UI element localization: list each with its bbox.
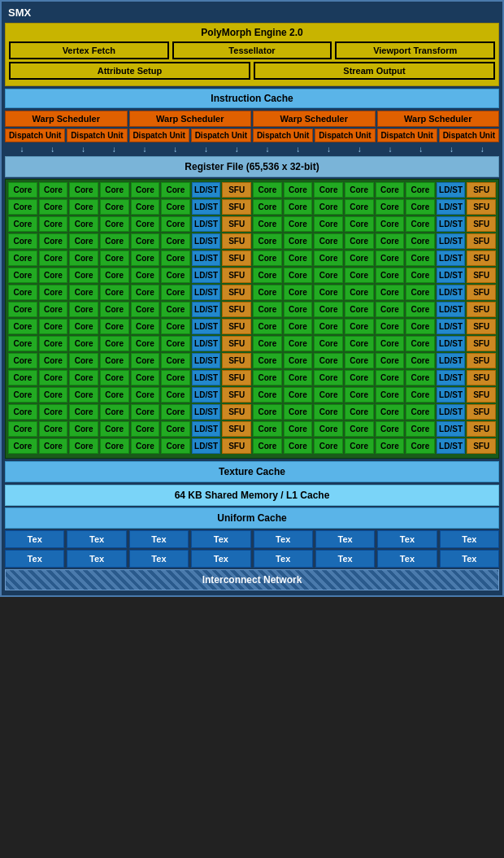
core-14-5: Core	[161, 421, 190, 437]
polymorph-row1: Vertex Fetch Tessellator Viewport Transf…	[9, 41, 495, 59]
core-row-2: CoreCoreCoreCoreCoreCoreLD/STSFUCoreCore…	[8, 216, 496, 232]
core-6-11: Core	[406, 285, 435, 300]
core-8-5: Core	[161, 319, 190, 334]
core-9-5: Core	[161, 336, 190, 351]
dispatch-unit-0: Dispatch Unit	[5, 128, 65, 142]
sfu-2-left: SFU	[222, 216, 251, 232]
core-7-1: Core	[39, 302, 68, 317]
core-14-7: Core	[284, 421, 313, 437]
core-1-11: Core	[406, 199, 435, 215]
sfu-5-right: SFU	[467, 268, 496, 283]
sfu-11-right: SFU	[467, 370, 496, 385]
tex-1-1: Tex	[67, 550, 126, 568]
core-5-8: Core	[314, 268, 343, 283]
vertex-fetch: Vertex Fetch	[9, 41, 169, 59]
core-2-10: Core	[376, 216, 405, 232]
core-row-3: CoreCoreCoreCoreCoreCoreLD/STSFUCoreCore…	[8, 233, 496, 249]
arrows-down-row: ↓ ↓ ↓ ↓ ↓ ↓ ↓ ↓ ↓ ↓ ↓ ↓ ↓ ↓ ↓ ↓	[5, 144, 499, 155]
ldst-7-right: LD/ST	[437, 302, 466, 317]
core-5-4: Core	[131, 268, 160, 283]
core-11-10: Core	[376, 370, 405, 385]
core-2-0: Core	[8, 216, 37, 232]
core-6-4: Core	[131, 285, 160, 300]
core-2-7: Core	[284, 216, 313, 232]
core-7-9: Core	[345, 302, 374, 317]
core-12-6: Core	[253, 387, 282, 403]
core-8-10: Core	[376, 319, 405, 334]
core-9-1: Core	[39, 336, 68, 351]
warp-scheduler-2: Warp Scheduler	[253, 111, 376, 127]
core-10-7: Core	[284, 353, 313, 368]
core-0-5: Core	[161, 182, 190, 198]
sfu-13-left: SFU	[222, 404, 251, 420]
core-3-4: Core	[131, 233, 160, 249]
core-14-0: Core	[8, 421, 37, 437]
core-0-8: Core	[314, 182, 343, 198]
core-4-2: Core	[69, 250, 98, 266]
sfu-6-left: SFU	[222, 285, 251, 300]
core-11-1: Core	[39, 370, 68, 385]
core-0-0: Core	[8, 182, 37, 198]
tex-0-2: Tex	[129, 530, 189, 548]
interconnect: Interconnect Network	[5, 569, 499, 590]
smx-title: SMX	[5, 5, 499, 20]
arrow-4: ↓	[129, 145, 160, 154]
ldst-10-left: LD/ST	[192, 353, 221, 368]
core-row-0: CoreCoreCoreCoreCoreCoreLD/STSFUCoreCore…	[8, 182, 496, 198]
tex-0-0: Tex	[5, 530, 64, 548]
core-7-0: Core	[8, 302, 37, 317]
instruction-cache: Instruction Cache	[5, 89, 499, 108]
ldst-15-right: LD/ST	[437, 438, 466, 454]
core-9-8: Core	[314, 336, 343, 351]
tex-1-5: Tex	[315, 550, 375, 568]
sfu-9-left: SFU	[222, 336, 251, 351]
core-8-2: Core	[69, 319, 98, 334]
ldst-9-left: LD/ST	[192, 336, 221, 351]
core-3-11: Core	[406, 233, 435, 249]
core-row-5: CoreCoreCoreCoreCoreCoreLD/STSFUCoreCore…	[8, 268, 496, 283]
core-9-10: Core	[376, 336, 405, 351]
core-row-8: CoreCoreCoreCoreCoreCoreLD/STSFUCoreCore…	[8, 319, 496, 334]
core-0-7: Core	[284, 182, 313, 198]
core-row-9: CoreCoreCoreCoreCoreCoreLD/STSFUCoreCore…	[8, 336, 496, 351]
core-12-0: Core	[8, 387, 37, 403]
core-8-1: Core	[39, 319, 68, 334]
core-13-1: Core	[39, 404, 68, 420]
ldst-8-right: LD/ST	[437, 319, 466, 334]
core-1-8: Core	[314, 199, 343, 215]
tex-0-3: Tex	[191, 530, 250, 548]
warp-scheduler-0: Warp Scheduler	[5, 111, 128, 127]
ldst-3-left: LD/ST	[192, 233, 221, 249]
arrow-6: ↓	[191, 145, 222, 154]
core-5-11: Core	[406, 268, 435, 283]
core-5-7: Core	[284, 268, 313, 283]
core-2-9: Core	[345, 216, 374, 232]
core-15-1: Core	[39, 438, 68, 454]
ldst-13-right: LD/ST	[437, 404, 466, 420]
core-6-9: Core	[345, 285, 374, 300]
core-6-5: Core	[161, 285, 190, 300]
core-2-2: Core	[69, 216, 98, 232]
ldst-2-left: LD/ST	[192, 216, 221, 232]
attribute-setup: Attribute Setup	[9, 62, 250, 80]
core-4-7: Core	[284, 250, 313, 266]
core-14-6: Core	[253, 421, 282, 437]
sfu-1-right: SFU	[467, 199, 496, 215]
core-5-9: Core	[345, 268, 374, 283]
core-3-5: Core	[161, 233, 190, 249]
ldst-3-right: LD/ST	[437, 233, 466, 249]
ldst-5-right: LD/ST	[437, 268, 466, 283]
core-row-10: CoreCoreCoreCoreCoreCoreLD/STSFUCoreCore…	[8, 353, 496, 368]
register-file: Register File (65,536 x 32-bit)	[5, 156, 499, 177]
ldst-11-left: LD/ST	[192, 370, 221, 385]
core-0-4: Core	[131, 182, 160, 198]
tex-1-6: Tex	[377, 550, 437, 568]
core-12-1: Core	[39, 387, 68, 403]
core-14-11: Core	[406, 421, 435, 437]
core-13-11: Core	[406, 404, 435, 420]
dispatch-unit-5: Dispatch Unit	[315, 128, 375, 142]
sfu-12-right: SFU	[467, 387, 496, 403]
arrow-15: ↓	[467, 145, 497, 154]
tex-1-2: Tex	[129, 550, 189, 568]
texture-cache: Texture Cache	[5, 461, 499, 482]
